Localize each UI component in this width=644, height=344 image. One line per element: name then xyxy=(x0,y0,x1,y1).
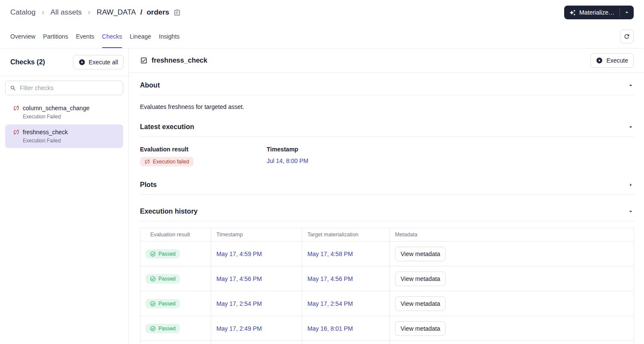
checks-count-title: Checks (2) xyxy=(10,58,45,66)
sync-problem-icon xyxy=(13,105,20,112)
play-circle-icon xyxy=(79,59,85,66)
passed-badge-label: Passed xyxy=(158,326,176,332)
divider xyxy=(140,95,634,95)
breadcrumb: Catalog All assets RAW_DATA / orders xyxy=(10,8,181,17)
tab-partitions[interactable]: Partitions xyxy=(43,25,68,48)
caret-down-icon xyxy=(627,208,634,215)
passed-badge: Passed xyxy=(146,324,180,333)
check-box-icon xyxy=(140,57,148,64)
check-detail-panel: freshness_check Execute About Evalua xyxy=(129,48,644,344)
target-materialization-link[interactable]: May 17, 2:54 PM xyxy=(307,300,353,307)
search-icon xyxy=(10,85,16,91)
execution-failed-badge-label: Execution failed xyxy=(153,159,189,165)
execution-history-table: Evaluation result Timestamp Target mater… xyxy=(140,228,634,344)
check-circle-icon xyxy=(150,251,156,257)
materialize-button-label: Materialize… xyxy=(579,9,614,16)
about-collapse-toggle[interactable] xyxy=(627,82,634,89)
check-list-item-column-schema-change[interactable]: column_schema_change Execution Failed xyxy=(5,100,123,124)
check-circle-icon xyxy=(150,301,156,307)
plots-collapse-toggle[interactable] xyxy=(627,181,634,188)
check-circle-icon xyxy=(150,276,156,282)
execution-timestamp-link[interactable]: May 17, 2:54 PM xyxy=(216,300,262,307)
divider xyxy=(140,194,634,195)
about-description: Evaluates freshness for targeted asset. xyxy=(140,103,634,110)
play-circle-icon xyxy=(596,57,603,64)
tabs: Overview Partitions Events Checks Lineag… xyxy=(10,25,179,48)
divider xyxy=(140,221,634,221)
passed-badge: Passed xyxy=(146,249,180,259)
table-row: Passed May 17, 4:59 PM May 17, 4:58 PM V… xyxy=(140,241,634,266)
passed-badge-label: Passed xyxy=(158,301,176,307)
execute-all-button[interactable]: Execute all xyxy=(73,55,124,69)
breadcrumb-all-assets-link[interactable]: All assets xyxy=(51,8,82,17)
execution-timestamp-link[interactable]: May 17, 4:59 PM xyxy=(216,250,262,257)
table-row: Passed May 17, 2:49 PM May 16, 8:01 PM V… xyxy=(140,316,634,341)
check-detail-header: freshness_check Execute xyxy=(129,48,644,73)
execution-history-title: Execution history xyxy=(140,208,197,215)
passed-badge: Passed xyxy=(146,299,180,308)
check-list-item-freshness-check[interactable]: freshness_check Execution Failed xyxy=(5,124,123,148)
latest-execution-collapse-toggle[interactable] xyxy=(627,124,634,130)
latest-execution-timestamp-link[interactable]: Jul 14, 8:00 PM xyxy=(267,157,308,164)
execution-history-collapse-toggle[interactable] xyxy=(627,208,634,215)
execution-history-section: Execution history Evaluation result Time… xyxy=(140,208,634,344)
table-header-row: Evaluation result Timestamp Target mater… xyxy=(140,228,634,241)
table-row-partial xyxy=(140,341,634,344)
copy-asset-name-icon[interactable] xyxy=(173,9,181,16)
table-row: Passed May 17, 2:54 PM May 17, 2:54 PM V… xyxy=(140,291,634,316)
view-metadata-button[interactable]: View metadata xyxy=(395,272,446,286)
target-materialization-link[interactable]: May 17, 4:58 PM xyxy=(307,250,353,257)
sync-problem-icon xyxy=(13,129,20,136)
filter-checks-input[interactable] xyxy=(20,84,118,91)
target-materialization-link[interactable]: May 16, 8:01 PM xyxy=(307,325,353,332)
chevron-right-icon xyxy=(86,9,92,16)
materialize-split-button: Materialize… xyxy=(564,6,634,19)
execute-button[interactable]: Execute xyxy=(590,53,634,68)
column-header: Target materialization xyxy=(302,228,390,241)
caret-down-icon xyxy=(627,124,634,130)
about-section: About Evaluates freshness for targeted a… xyxy=(140,81,634,110)
execution-timestamp-link[interactable]: May 17, 4:56 PM xyxy=(216,275,262,282)
check-detail-body: About Evaluates freshness for targeted a… xyxy=(129,73,644,344)
breadcrumb-slash: / xyxy=(140,8,143,17)
breadcrumb-asset-group[interactable]: RAW_DATA xyxy=(97,8,136,17)
latest-execution-title: Latest execution xyxy=(140,123,194,131)
latest-execution-section: Latest execution Evaluation result Execu… xyxy=(140,123,634,166)
caret-right-icon xyxy=(627,181,634,188)
tab-overview[interactable]: Overview xyxy=(10,25,35,48)
chevron-right-icon xyxy=(40,9,46,16)
top-bar: Catalog All assets RAW_DATA / orders Mat… xyxy=(0,0,644,25)
breadcrumb-asset-name: orders xyxy=(146,8,169,17)
plots-section-title: Plots xyxy=(140,181,157,189)
view-metadata-button[interactable]: View metadata xyxy=(395,321,446,336)
sidebar-header: Checks (2) Execute all xyxy=(0,48,128,76)
column-header: Evaluation result xyxy=(140,228,211,241)
materialize-dropdown-button[interactable] xyxy=(620,6,634,19)
tab-checks[interactable]: Checks xyxy=(102,25,122,48)
column-header: Metadata xyxy=(390,228,634,241)
tab-lineage[interactable]: Lineage xyxy=(130,25,151,48)
execution-timestamp-link[interactable]: May 17, 2:49 PM xyxy=(216,325,262,332)
view-metadata-button[interactable]: View metadata xyxy=(395,296,446,311)
content: Checks (2) Execute all column_sche xyxy=(0,48,644,344)
check-name: freshness_check xyxy=(23,129,68,136)
view-metadata-button[interactable]: View metadata xyxy=(395,247,446,261)
materialize-button[interactable]: Materialize… xyxy=(564,6,620,19)
check-name: column_schema_change xyxy=(23,105,90,112)
check-status: Execution Failed xyxy=(23,114,119,120)
caret-down-icon xyxy=(627,82,634,89)
refresh-button[interactable] xyxy=(620,30,634,43)
passed-badge-label: Passed xyxy=(158,276,176,282)
checks-sidebar: Checks (2) Execute all column_sche xyxy=(0,48,129,344)
tab-insights[interactable]: Insights xyxy=(159,25,179,48)
target-materialization-link[interactable]: May 17, 4:56 PM xyxy=(307,275,353,282)
filter-section xyxy=(0,76,128,100)
tab-events[interactable]: Events xyxy=(76,25,94,48)
evaluation-result-label: Evaluation result xyxy=(140,146,267,153)
breadcrumb-catalog-link[interactable]: Catalog xyxy=(10,8,36,17)
execute-label: Execute xyxy=(606,57,628,64)
check-circle-icon xyxy=(150,326,156,332)
about-section-title: About xyxy=(140,81,160,89)
plots-section: Plots xyxy=(140,181,634,195)
passed-badge-label: Passed xyxy=(158,251,176,257)
